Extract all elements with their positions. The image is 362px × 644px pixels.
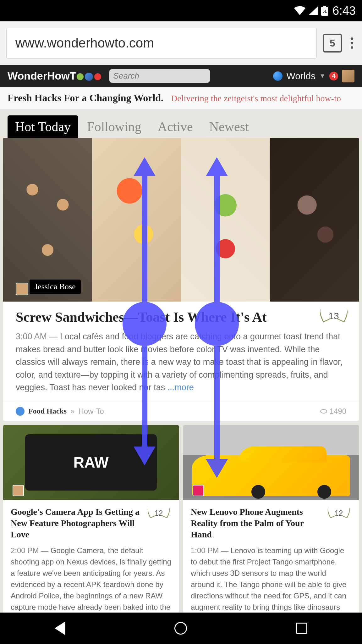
wifi-icon — [294, 6, 305, 15]
search-input[interactable] — [113, 71, 216, 81]
user-avatar[interactable] — [342, 70, 354, 82]
browser-menu-button[interactable] — [348, 35, 356, 51]
card-body: New Lenovo Phone Augments Reality from t… — [183, 500, 359, 630]
tab-following[interactable]: Following — [80, 115, 149, 138]
hero-article-card[interactable]: Jessica Bose 13 Screw Sandwiches—Toast I… — [3, 138, 359, 421]
card-author-avatar[interactable] — [13, 485, 24, 496]
search-container — [109, 69, 210, 83]
logo-dot-red — [94, 73, 101, 80]
hero-footer: Food Hacks » How-To 1490 — [3, 402, 359, 421]
logo-dot-green — [77, 73, 84, 80]
tab-switcher-button[interactable]: 5 — [323, 34, 342, 53]
chevron-down-icon: ▼ — [319, 72, 326, 80]
score-badge: 12 — [329, 506, 349, 521]
card-author-avatar[interactable] — [193, 485, 204, 496]
site-tagline: Fresh Hacks For a Changing World. Delive… — [0, 87, 362, 109]
card-title[interactable]: New Lenovo Phone Augments Reality from t… — [191, 506, 324, 541]
browser-chrome: www.wonderhowto.com 5 — [0, 21, 362, 65]
view-count: 1490 — [320, 407, 346, 416]
hero-excerpt: 3:00 AM — Local cafés and food bloggers … — [16, 330, 346, 394]
card-title[interactable]: Google's Camera App Is Getting a New Fea… — [11, 506, 144, 541]
score-badge: 12 — [149, 506, 169, 521]
author-avatar[interactable] — [16, 283, 28, 295]
tagline-main: Fresh Hacks For a Changing World. — [8, 92, 163, 104]
phone-mockup: RAW — [25, 434, 157, 491]
svg-rect-1 — [323, 6, 326, 7]
android-nav-bar — [0, 613, 362, 644]
card-image: RAW — [3, 425, 179, 500]
notification-badge: 4 — [329, 72, 338, 80]
card-image — [183, 425, 359, 500]
main-content: Hot Today Following Active Newest Jessic… — [0, 109, 362, 644]
score-badge: 13 — [321, 307, 346, 325]
url-bar[interactable]: www.wonderhowto.com — [6, 28, 317, 58]
logo-text: WonderHowT — [8, 70, 76, 82]
card-time: 1:00 PM — [191, 546, 219, 555]
article-card[interactable]: RAW Google's Camera App Is Getting a New… — [3, 425, 179, 630]
site-header: WonderHowT Worlds ▼ 4 — [0, 65, 362, 87]
card-excerpt-text: Google Camera, the default shooting app … — [11, 546, 171, 623]
author-name[interactable]: Jessica Bose — [30, 280, 81, 294]
feed-tabs: Hot Today Following Active Newest — [0, 109, 362, 138]
logo-globe-icon — [85, 73, 93, 81]
tab-active[interactable]: Active — [150, 115, 200, 138]
article-card[interactable]: New Lenovo Phone Augments Reality from t… — [183, 425, 359, 630]
hero-body: 13 Screw Sandwiches—Toast Is Where It's … — [3, 302, 359, 402]
hero-time: 3:00 AM — [16, 332, 47, 341]
view-number: 1490 — [330, 407, 346, 416]
tab-hot-today[interactable]: Hot Today — [8, 115, 78, 138]
card-time: 2:00 PM — [11, 546, 39, 555]
worlds-menu[interactable]: Worlds ▼ 4 — [273, 70, 354, 82]
card-body: Google's Camera App Is Getting a New Fea… — [3, 500, 179, 630]
card-excerpt-text: Lenovo is teaming up with Google to debu… — [191, 546, 346, 623]
hero-image: Jessica Bose — [3, 138, 359, 302]
tab-newest[interactable]: Newest — [202, 115, 256, 138]
android-status-bar: 51 6:43 — [0, 0, 362, 21]
back-button[interactable] — [55, 621, 65, 635]
category-icon — [16, 407, 25, 416]
battery-icon: 51 — [321, 6, 328, 16]
hero-title[interactable]: Screw Sandwiches—Toast Is Where It's At — [16, 309, 346, 325]
status-icons: 51 — [294, 6, 328, 16]
category-separator: » — [70, 407, 74, 416]
svg-text:51: 51 — [322, 9, 327, 14]
subcategory-label[interactable]: How-To — [78, 407, 104, 416]
more-link[interactable]: ...more — [167, 383, 194, 392]
article-grid: RAW Google's Camera App Is Getting a New… — [0, 421, 362, 630]
globe-icon — [273, 71, 282, 81]
home-button[interactable] — [174, 622, 187, 635]
status-time: 6:43 — [332, 4, 356, 18]
signal-icon — [309, 6, 318, 15]
recent-apps-button[interactable] — [296, 623, 307, 634]
card-excerpt: 2:00 PM — Google Camera, the default sho… — [11, 545, 171, 624]
category-label[interactable]: Food Hacks — [28, 407, 67, 415]
car-illustration — [192, 455, 350, 496]
site-logo[interactable]: WonderHowT — [8, 70, 102, 82]
card-excerpt: 1:00 PM — Lenovo is teaming up with Goog… — [191, 545, 351, 624]
tagline-sub: Delivering the zeitgeist's most delightf… — [171, 93, 341, 103]
worlds-label: Worlds — [286, 71, 315, 81]
eye-icon — [320, 409, 327, 414]
